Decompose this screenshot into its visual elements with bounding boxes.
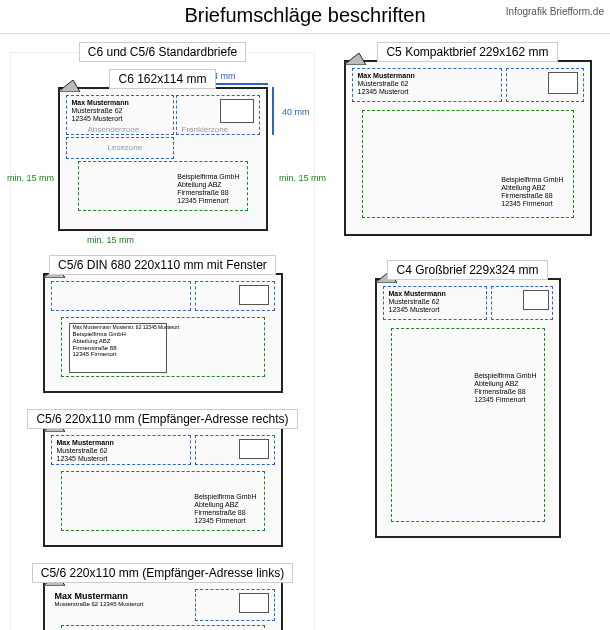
stamp-box [239,593,269,613]
addr-recipient: Beispielfirma GmbH Abteilung ABZ Firmens… [501,176,563,208]
env-c56win: Max Mustermann Musterstr. 62 12345 Muste… [43,273,283,393]
env-c56l-block: C5/6 220x110 mm (Empfänger-Adresse links… [21,563,304,630]
zone-recipient [391,328,545,522]
page-credit: Infografik Briefform.de [506,6,604,17]
env-c5-block: C5 Kompaktbrief 229x162 mm Max Musterman… [335,42,600,236]
page-body: C6 und C5/6 Standardbriefe C6 162x114 mm… [0,34,610,630]
addr-sender: Max Mustermann Musterstraße 62 12345 Mus… [72,99,129,123]
env-c6: Absenderzone Frankierzone Lesezone Max M… [58,87,268,231]
label-sender: Absenderzone [88,125,140,134]
addr-sender: Max Mustermann Musterstraße 62 12345 Mus… [55,591,144,608]
stamp-box [239,439,269,459]
env-c4: Max Mustermann Musterstraße 62 12345 Mus… [375,278,561,538]
env-c4-heading: C4 Großbrief 229x324 mm [387,260,547,280]
zone-sender [51,281,191,311]
dim-rightmargin: min. 15 mm [279,173,326,183]
zone-recipient [61,625,265,630]
page-header: Briefumschläge beschriften Infografik Br… [0,0,610,34]
env-c5-heading: C5 Kompaktbrief 229x162 mm [377,42,557,62]
page-title: Briefumschläge beschriften [184,4,425,26]
dim-line-right [272,87,274,135]
label-frank: Frankierzone [182,125,229,134]
stamp-box [239,285,269,305]
env-c56r: Max Mustermann Musterstraße 62 12345 Mus… [43,427,283,547]
env-c5: Max Mustermann Musterstraße 62 12345 Mus… [344,60,592,236]
addr-recipient: Beispielfirma GmbH Abteilung ABZ Firmens… [177,173,239,205]
stamp-box [548,72,578,94]
env-c56l: Max Mustermann Musterstraße 62 12345 Mus… [43,581,283,630]
env-c56l-heading: C5/6 220x110 mm (Empfänger-Adresse links… [32,563,293,583]
dim-right: 40 mm [282,107,310,117]
env-c6-block: C6 162x114 mm Absenderzone Frankierzone … [21,69,304,231]
env-c6-heading: C6 162x114 mm [109,69,215,89]
env-c56win-heading: C5/6 DIN 680 220x110 mm mit Fenster [49,255,276,275]
addr-recipient: Beispielfirma GmbH Abteilung ABZ Firmens… [474,372,536,404]
left-column: C6 und C5/6 Standardbriefe C6 162x114 mm… [10,42,315,630]
left-section: C6 162x114 mm Absenderzone Frankierzone … [10,52,315,630]
dim-bottom: min. 15 mm [87,235,134,245]
left-section-heading: C6 und C5/6 Standardbriefe [79,42,246,62]
env-c4-block: C4 Großbrief 229x324 mm Max Mustermann M… [335,260,600,538]
label-read: Lesezone [108,143,143,152]
env-c56win-block: C5/6 DIN 680 220x110 mm mit Fenster Max … [21,255,304,393]
stamp-box [523,290,549,310]
dim-left: min. 15 mm [7,173,54,183]
addr-recipient: Beispielfirma GmbH Abteilung ABZ Firmens… [194,493,256,525]
stamp-box [220,99,254,123]
addr-sender: Max Mustermann Musterstraße 62 12345 Mus… [57,439,114,463]
addr-sender: Max Mustermann Musterstraße 62 12345 Mus… [358,72,415,96]
env-c56r-block: C5/6 220x110 mm (Empfänger-Adresse recht… [21,409,304,547]
addr-window: Max Mustermann Musterstr. 62 12345 Muste… [73,325,180,358]
addr-sender: Max Mustermann Musterstraße 62 12345 Mus… [389,290,446,314]
right-column: C5 Kompaktbrief 229x162 mm Max Musterman… [335,42,600,630]
env-c56r-heading: C5/6 220x110 mm (Empfänger-Adresse recht… [27,409,297,429]
